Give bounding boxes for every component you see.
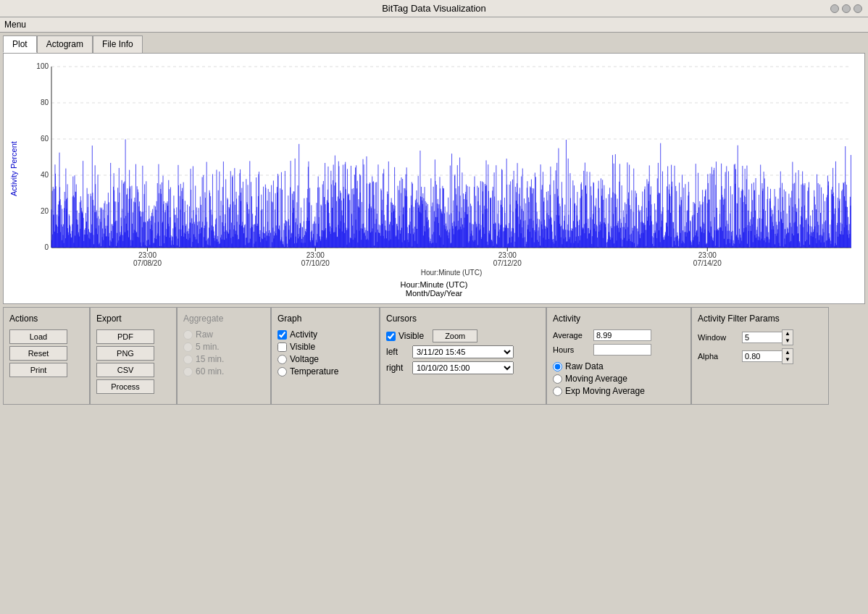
- activity-panel: Activity Average Hours Raw Data Moving A…: [546, 307, 691, 405]
- process-button[interactable]: Process: [96, 379, 154, 394]
- cursor-right-select[interactable]: 10/10/20 15:00: [412, 361, 514, 374]
- graph-panel: Graph Activity Visible Voltage Temperatu…: [271, 307, 380, 405]
- bottom-panels: Actions Load Reset Print Export PDF PNG …: [3, 307, 865, 405]
- aggregate-panel: Aggregate Raw 5 min. 15 min. 60 min.: [177, 307, 271, 405]
- chart-panel: Activity Percent 100 80 60 40 20: [3, 53, 865, 304]
- title-bar: BitTag Data Visualization: [0, 0, 868, 17]
- cursor-left-select[interactable]: 3/11/20 15:45: [412, 345, 514, 358]
- alpha-label: Alpha: [698, 352, 738, 361]
- aggregate-raw: Raw: [183, 329, 264, 340]
- expmovingavg-radio-group: Exp Moving Average: [553, 386, 685, 396]
- tab-actogram[interactable]: Actogram: [37, 35, 93, 53]
- menu-label[interactable]: Menu: [4, 20, 26, 30]
- cursors-visible-checkbox[interactable]: [386, 332, 396, 341]
- png-button[interactable]: PNG: [96, 346, 154, 361]
- cursor-left-label: left: [386, 347, 408, 357]
- window-input[interactable]: [742, 332, 782, 343]
- temperature-label: Temperature: [290, 366, 338, 377]
- hours-label: Hours: [553, 345, 589, 354]
- expmovingavg-radio[interactable]: [553, 387, 562, 396]
- aggregate-raw-label: Raw: [196, 329, 213, 340]
- alpha-spin-up[interactable]: ▲: [783, 349, 793, 356]
- menu-bar[interactable]: Menu: [0, 17, 868, 33]
- cursor-right-row: right 10/10/20 15:00: [386, 361, 540, 374]
- cursors-panel: Cursors Visible Zoom left 3/11/20 15:45 …: [380, 307, 546, 405]
- export-title: Export: [96, 314, 170, 324]
- cursor-right-label: right: [386, 363, 408, 373]
- aggregate-15min: 15 min.: [183, 354, 264, 364]
- movingavg-radio[interactable]: [553, 374, 562, 384]
- filter-title: Activity Filter Params: [698, 314, 822, 324]
- window-spin-down[interactable]: ▼: [783, 337, 793, 345]
- aggregate-5min-label: 5 min.: [196, 342, 220, 352]
- visible-check-label: Visible: [290, 342, 315, 352]
- cursors-visible-label: Visible: [398, 331, 424, 341]
- aggregate-title: Aggregate: [183, 314, 264, 324]
- reset-button[interactable]: Reset: [9, 346, 67, 361]
- window-label: Window: [698, 333, 738, 342]
- filter-panel: Activity Filter Params Window ▲ ▼ Alpha …: [691, 307, 829, 405]
- alpha-spin-down[interactable]: ▼: [783, 356, 793, 363]
- aggregate-15min-label: 15 min.: [196, 354, 224, 364]
- graph-visible-check-group: Visible: [277, 342, 373, 352]
- graph-activity-check-group: Activity: [277, 329, 373, 340]
- aggregate-60min: 60 min.: [183, 366, 264, 377]
- filter-alpha-row: Alpha ▲ ▼: [698, 348, 822, 364]
- temperature-radio[interactable]: [277, 367, 287, 377]
- tab-fileinfo[interactable]: File Info: [93, 35, 143, 53]
- graph-voltage-group: Voltage: [277, 354, 373, 364]
- csv-button[interactable]: CSV: [96, 363, 154, 377]
- window-spin-up[interactable]: ▲: [783, 330, 793, 337]
- maximize-button[interactable]: [842, 4, 851, 13]
- export-panel: Export PDF PNG CSV Process: [90, 307, 177, 405]
- cursor-left-row: left 3/11/20 15:45: [386, 345, 540, 358]
- rawdata-radio-group: Raw Data: [553, 361, 685, 371]
- print-button[interactable]: Print: [9, 363, 67, 377]
- aggregate-5min: 5 min.: [183, 342, 264, 352]
- tab-plot[interactable]: Plot: [3, 35, 37, 53]
- alpha-spinner: ▲ ▼: [742, 348, 793, 364]
- movingavg-radio-group: Moving Average: [553, 374, 685, 384]
- activity-hours-row: Hours: [553, 344, 685, 356]
- load-button[interactable]: Load: [9, 329, 67, 344]
- actions-title: Actions: [9, 314, 83, 324]
- app-title: BitTag Data Visualization: [382, 3, 486, 14]
- minimize-button[interactable]: [830, 4, 839, 13]
- aggregate-15min-radio[interactable]: [183, 355, 193, 364]
- cursors-visible-group: Visible Zoom: [386, 329, 540, 342]
- actions-panel: Actions Load Reset Print: [3, 307, 90, 405]
- aggregate-60min-radio[interactable]: [183, 367, 193, 377]
- graph-title: Graph: [277, 314, 373, 324]
- filter-window-row: Window ▲ ▼: [698, 329, 822, 345]
- window-spinner: ▲ ▼: [742, 329, 793, 345]
- alpha-spin-buttons: ▲ ▼: [782, 348, 793, 364]
- chart-canvas: [21, 59, 859, 277]
- hours-value[interactable]: [593, 344, 651, 356]
- aggregate-raw-radio[interactable]: [183, 330, 193, 340]
- x-axis-label1: Hour:Minute (UTC): [9, 280, 859, 289]
- zoom-button[interactable]: Zoom: [433, 329, 477, 342]
- voltage-label: Voltage: [290, 354, 319, 364]
- window-controls: [830, 4, 862, 13]
- pdf-button[interactable]: PDF: [96, 329, 154, 344]
- average-value[interactable]: [593, 329, 651, 341]
- expmovingavg-label: Exp Moving Average: [565, 386, 645, 396]
- y-axis-label: Activity Percent: [9, 59, 18, 279]
- chart-container: Activity Percent 100 80 60 40 20: [9, 59, 859, 279]
- movingavg-label: Moving Average: [565, 374, 627, 384]
- alpha-input[interactable]: [742, 350, 782, 362]
- rawdata-radio[interactable]: [553, 362, 562, 371]
- window-spin-buttons: ▲ ▼: [782, 329, 793, 345]
- activity-check-label: Activity: [290, 329, 317, 340]
- x-axis-info: Hour:Minute (UTC) Month/Day/Year: [9, 280, 859, 298]
- voltage-radio[interactable]: [277, 355, 287, 364]
- average-label: Average: [553, 331, 589, 340]
- chart-inner: 100 80 60 40 20 0 23:00 23:00 23:00 23:0…: [21, 59, 859, 279]
- aggregate-5min-radio[interactable]: [183, 342, 193, 352]
- activity-checkbox[interactable]: [277, 330, 287, 340]
- aggregate-60min-label: 60 min.: [196, 366, 224, 377]
- activity-title: Activity: [553, 314, 685, 324]
- x-axis-label2: Month/Day/Year: [9, 289, 859, 298]
- close-button[interactable]: [854, 4, 862, 13]
- visible-checkbox[interactable]: [277, 342, 287, 352]
